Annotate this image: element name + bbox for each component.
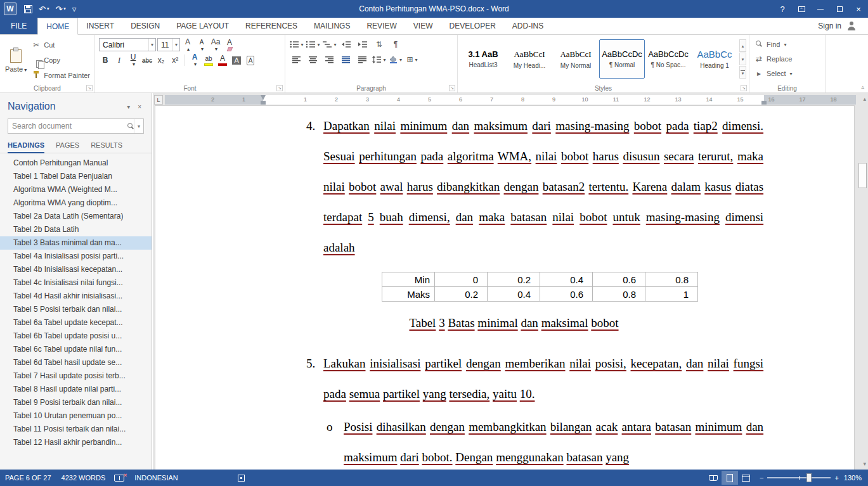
web-layout-button[interactable] [738, 471, 755, 485]
page-count[interactable]: PAGE 6 OF 27 [0, 474, 56, 482]
nav-heading-item[interactable]: Tabel 9 Posisi terbaik dan nilai... [0, 396, 152, 409]
sort-button[interactable]: ⇅ [372, 38, 387, 51]
clear-formatting-button[interactable]: A [223, 39, 236, 51]
search-options-dropdown[interactable]: ▾ [134, 119, 143, 133]
character-shading-button[interactable]: A [230, 54, 243, 67]
font-size-combobox[interactable]: 11▾ [157, 38, 180, 51]
navigation-tab[interactable]: HEADINGS [8, 141, 44, 153]
scroll-down-arrow[interactable]: ▾ [863, 461, 866, 467]
zoom-in-button[interactable]: + [834, 474, 838, 482]
shading-button[interactable]: ▾ [388, 53, 403, 66]
shrink-font-button[interactable]: A▾ [195, 39, 208, 51]
styles-more-button[interactable]: ▾ [739, 66, 746, 79]
ribbon-tab[interactable]: MAILINGS [306, 18, 358, 34]
minimize-button[interactable] [811, 0, 830, 18]
nav-heading-item[interactable]: Tabel 1 Tabel Data Penjualan [0, 170, 152, 183]
nav-heading-item[interactable]: Tabel 2a Data Latih (Sementara) [0, 210, 152, 223]
maximize-button[interactable] [830, 0, 849, 18]
nav-heading-item[interactable]: Tabel 6b Tabel update posisi u... [0, 329, 152, 343]
styles-scroll-up-button[interactable]: ▴ [739, 39, 746, 52]
save-button[interactable] [22, 4, 35, 15]
nav-heading-item[interactable]: Tabel 4a Inisialisasi posisi parti... [0, 250, 152, 263]
decrease-indent-button[interactable] [339, 38, 354, 51]
borders-button[interactable]: ⊞▾ [405, 53, 420, 66]
paste-button[interactable]: Paste▾ [3, 37, 29, 82]
strikethrough-button[interactable]: abc [141, 54, 153, 67]
left-indent-marker[interactable] [261, 101, 266, 105]
copy-button[interactable]: Copy [29, 53, 92, 67]
right-indent-marker[interactable] [761, 101, 767, 105]
document-page[interactable]: 4. Dapatkan nilai minimum dan maksimum d… [155, 105, 855, 470]
table-cell[interactable]: 0.6 [540, 287, 593, 302]
style-gallery-item[interactable]: AaBbCc Heading 1 [692, 39, 737, 79]
zoom-slider-thumb[interactable] [806, 473, 812, 482]
find-button[interactable]: Find▾ [752, 37, 822, 51]
align-right-button[interactable] [322, 53, 337, 66]
ribbon-tab[interactable]: REVIEW [358, 18, 405, 34]
search-input[interactable] [8, 122, 127, 131]
nav-heading-item[interactable]: Tabel 2b Data Latih [0, 223, 152, 236]
style-gallery-item[interactable]: AaBbCcI My Normal [553, 39, 599, 79]
numbering-button[interactable]: ▾ [306, 38, 321, 51]
table-cell[interactable]: 0.8 [645, 272, 698, 287]
ribbon-tab[interactable]: HOME [37, 18, 78, 35]
ribbon-tab[interactable]: DEVELOPER [441, 18, 503, 34]
customize-quick-access-button[interactable]: ▿ [70, 3, 79, 15]
horizontal-ruler[interactable]: 21 12345678910111213141516 1718 [165, 95, 856, 105]
bold-button[interactable]: B [99, 54, 112, 67]
nav-heading-item[interactable]: Tabel 4d Hasil akhir inisialisasi... [0, 290, 152, 303]
select-button[interactable]: ▸Select▾ [752, 67, 822, 80]
nav-heading-item[interactable]: Tabel 4b Inisialisasi kecepatan... [0, 263, 152, 276]
sign-in-link[interactable]: Sign in [818, 22, 841, 30]
help-button[interactable]: ? [773, 0, 792, 18]
line-spacing-button[interactable]: ▾ [372, 53, 387, 66]
table-cell[interactable]: Min [382, 272, 435, 287]
grow-font-button[interactable]: A▴ [181, 39, 194, 51]
underline-button[interactable]: U▾ [127, 54, 139, 67]
superscript-button[interactable]: x² [169, 54, 181, 67]
align-center-button[interactable] [306, 53, 321, 66]
close-button[interactable]: × [849, 0, 868, 18]
vertical-scrollbar[interactable]: ▴ ▾ [857, 93, 868, 470]
nav-heading-item[interactable]: Tabel 10 Urutan penemuan po... [0, 409, 152, 423]
styles-dialog-launcher[interactable]: ↘ [741, 85, 747, 91]
navigation-tab[interactable]: PAGES [56, 141, 79, 153]
increase-indent-button[interactable] [355, 38, 370, 51]
print-layout-button[interactable] [722, 471, 738, 485]
justify-button[interactable] [339, 53, 354, 66]
nav-heading-item[interactable]: Tabel 4c Inisialisasi nilai fungsi... [0, 276, 152, 290]
nav-heading-item[interactable]: Tabel 11 Posisi terbaik dan nilai... [0, 423, 152, 436]
enclose-characters-button[interactable]: A [244, 54, 257, 67]
nav-heading-item[interactable]: Tabel 6c Tabel update nilai fun... [0, 343, 152, 356]
scrollbar-thumb[interactable] [858, 163, 867, 188]
language-indicator[interactable]: INDONESIAN [129, 474, 183, 482]
format-painter-button[interactable]: Format Painter [29, 68, 92, 82]
cut-button[interactable]: ✂Cut [29, 38, 92, 52]
navigation-options-button[interactable]: ▾ [123, 103, 134, 110]
ribbon-tab[interactable]: REFERENCES [237, 18, 306, 34]
multilevel-list-button[interactable]: ▾ [322, 38, 337, 51]
zoom-level[interactable]: 130% [844, 474, 868, 482]
collapse-ribbon-button[interactable]: ▵ [861, 84, 864, 90]
word-app-icon[interactable]: W [4, 3, 16, 15]
zoom-slider[interactable] [767, 473, 831, 482]
table-cell[interactable]: 0 [435, 272, 488, 287]
nav-heading-item[interactable]: Contoh Perhitungan Manual [0, 157, 152, 170]
font-dialog-launcher[interactable]: ↘ [276, 85, 283, 91]
style-gallery-item[interactable]: 3.1 AaB HeadList3 [460, 39, 506, 79]
ribbon-tab[interactable]: DESIGN [122, 18, 168, 34]
nav-heading-item[interactable]: Tabel 12 Hasil akhir perbandin... [0, 436, 152, 449]
style-gallery-item[interactable]: AaBbCcDc ¶ Normal [599, 39, 645, 79]
table-cell[interactable]: 0.6 [593, 272, 645, 287]
bounds-table[interactable]: Min 0 0.2 0.4 0.6 0.8 Maks 0.2 0.4 0.6 0… [382, 272, 698, 302]
change-case-button[interactable]: Aa▾ [209, 39, 222, 51]
bullets-button[interactable]: ▾ [289, 38, 304, 51]
read-mode-button[interactable] [705, 471, 722, 485]
table-cell[interactable]: 0.2 [435, 287, 488, 302]
tab-stop-selector[interactable]: L [154, 95, 163, 105]
nav-heading-item[interactable]: Algoritma WMA yang dioptim... [0, 196, 152, 210]
replace-button[interactable]: ⇄Replace [752, 52, 822, 66]
font-family-combobox[interactable]: Calibri▾ [99, 38, 156, 51]
ribbon-tab[interactable]: INSERT [78, 18, 122, 34]
navigation-tab[interactable]: RESULTS [91, 141, 122, 153]
